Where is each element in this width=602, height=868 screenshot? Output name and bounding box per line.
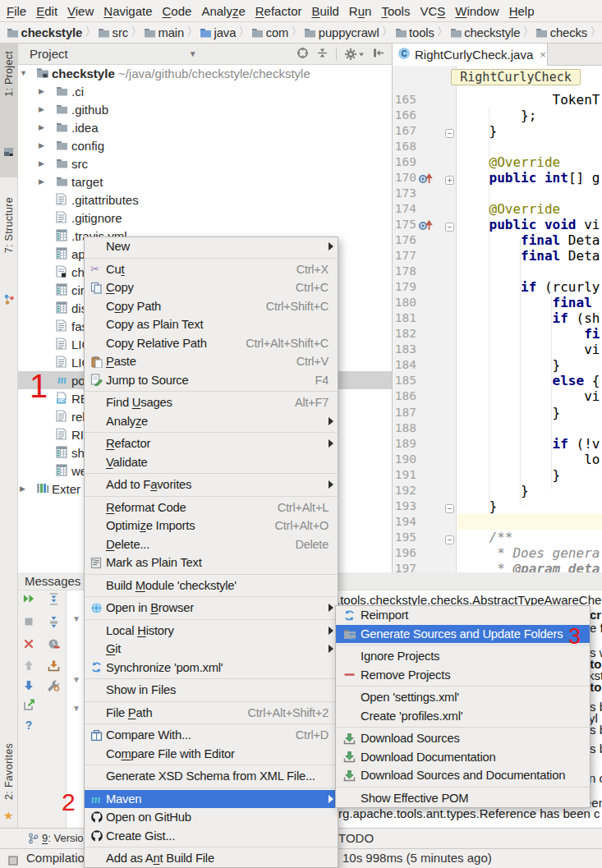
- context-menu-item-open-in-browser[interactable]: Open in Browser: [85, 599, 338, 618]
- context-menu-item-delete[interactable]: Delete...Delete: [85, 535, 338, 554]
- tree-expand-icon[interactable]: ▶: [39, 123, 44, 131]
- context-menu-item-open-on-github[interactable]: Open on GitHub: [85, 808, 338, 827]
- version-control-button[interactable]: 9: Versio: [42, 832, 84, 844]
- menubar-code[interactable]: Code: [158, 4, 197, 18]
- tool-stripe-project[interactable]: 1: Project: [0, 44, 18, 177]
- context-menu-item-copy-path[interactable]: Copy PathCtrl+Shift+C: [85, 297, 338, 316]
- breadcrumb-puppycrawl-5[interactable]: puppycrawl: [304, 26, 379, 39]
- console-tree-expand-icon[interactable]: ▼: [72, 614, 80, 623]
- context-menu-item-find-usages[interactable]: Find UsagesAlt+F7: [85, 393, 338, 412]
- context-menu-item-file-path[interactable]: File PathCtrl+Alt+Shift+2: [85, 704, 338, 723]
- menubar-tools[interactable]: Tools: [376, 4, 415, 18]
- breadcrumb-tools-6[interactable]: tools: [395, 26, 434, 39]
- context-menu-item-copy-as-plain-text[interactable]: Copy as Plain Text: [85, 315, 338, 334]
- context-menu-item-optimize-imports[interactable]: Optimize ImportsCtrl+Alt+O: [85, 517, 338, 535]
- maven-submenu-item-download-sources[interactable]: Download Sources: [336, 729, 590, 748]
- context-menu-item-git[interactable]: Git: [85, 640, 338, 659]
- console-tree-expand-icon[interactable]: ▼: [72, 675, 80, 684]
- maven-submenu-item-show-effective-pom[interactable]: Show Effective POM: [336, 789, 590, 808]
- editor-code-area[interactable]: TokenT }; } @Override public int[] g @Ov…: [457, 66, 602, 574]
- tree-item-target[interactable]: ▶target: [18, 172, 392, 191]
- menubar-vcs[interactable]: VCS: [415, 4, 450, 18]
- breadcrumb-main-2[interactable]: main: [144, 26, 184, 39]
- menubar-run[interactable]: Run: [344, 4, 377, 18]
- menubar-refactor[interactable]: Refactor: [250, 4, 307, 18]
- context-menu-item-paste[interactable]: PasteCtrl+V: [85, 352, 338, 371]
- context-menu-item-build-module-checkstyle[interactable]: Build Module 'checkstyle': [85, 576, 338, 595]
- maven-submenu-item-create-profiles-xml[interactable]: Create 'profiles.xml': [336, 707, 590, 726]
- tree-item-gitattributes[interactable]: .gitattributes: [18, 191, 392, 209]
- tool-stripe-structure[interactable]: 7: Structure: [0, 189, 18, 316]
- context-menu-item-reformat-code[interactable]: Reformat CodeCtrl+Alt+L: [85, 498, 338, 517]
- hide-panel-icon[interactable]: [372, 47, 385, 62]
- tree-expand-icon[interactable]: ▶: [39, 159, 44, 168]
- export-icon[interactable]: [22, 698, 35, 711]
- context-menu-item-analyze[interactable]: Analyze: [85, 412, 338, 431]
- todo-button[interactable]: TODO: [338, 831, 374, 845]
- collapse-all-icon[interactable]: [316, 47, 329, 62]
- context-menu-item-refactor[interactable]: Refactor: [85, 434, 338, 453]
- menubar-window[interactable]: Window: [450, 4, 503, 18]
- maven-submenu-item-reimport[interactable]: Reimport: [336, 606, 590, 625]
- tree-expand-icon[interactable]: ▶: [39, 87, 44, 95]
- menubar-view[interactable]: View: [62, 4, 99, 18]
- suspend-icon[interactable]: [47, 637, 60, 650]
- menubar-analyze[interactable]: Analyze: [196, 4, 250, 18]
- maven-submenu-item-download-sources-and-documentation[interactable]: Download Sources and Documentation: [336, 766, 590, 785]
- tree-expand-icon[interactable]: ▶: [39, 177, 44, 186]
- menubar-edit[interactable]: Edit: [31, 4, 62, 18]
- console-tree-expand-icon[interactable]: ▼: [72, 704, 80, 713]
- tool-stripe-favorites[interactable]: 2: Favorites ★: [0, 742, 18, 830]
- close-icon[interactable]: [22, 637, 35, 650]
- tree-item-github[interactable]: ▶.github: [18, 100, 392, 118]
- gear-settings-icon[interactable]: [344, 48, 365, 61]
- rerun-icon[interactable]: [22, 592, 35, 605]
- menubar-file[interactable]: File: [2, 4, 31, 18]
- stop-icon[interactable]: [22, 615, 35, 628]
- tab-close-icon[interactable]: ×: [540, 48, 546, 61]
- context-menu-item-add-as-ant-build-file[interactable]: Add as Ant Build File: [85, 849, 338, 868]
- download-tray-icon[interactable]: [47, 659, 60, 672]
- context-menu-item-compare-with[interactable]: Compare With...Ctrl+D: [85, 726, 338, 745]
- menubar-help[interactable]: Help: [504, 4, 540, 18]
- context-menu-item-jump-to-source[interactable]: Jump to SourceF4: [85, 371, 338, 390]
- breadcrumb-checkstyle-0[interactable]: checkstyle: [7, 26, 82, 39]
- expand-all-icon[interactable]: [47, 592, 60, 605]
- menubar-navigate[interactable]: Navigate: [99, 4, 157, 18]
- context-menu-item-add-to-favorites[interactable]: Add to Favorites: [85, 475, 338, 494]
- context-menu-item-synchronize-pom-xml[interactable]: Synchronize 'pom.xml': [85, 659, 338, 677]
- context-menu-item-local-history[interactable]: Local History: [85, 622, 338, 641]
- help-icon[interactable]: ?: [22, 718, 35, 731]
- tree-item-ci[interactable]: ▶.ci: [18, 82, 392, 100]
- context-menu-item-maven[interactable]: mMaven: [85, 790, 338, 809]
- maven-submenu-item-ignore-projects[interactable]: Ignore Projects: [336, 647, 590, 666]
- editor-tab-rightcurlycheck[interactable]: C RightCurlyCheck.java ×: [393, 44, 548, 66]
- context-menu-item-cut[interactable]: ✂CutCtrl+X: [85, 260, 338, 279]
- tree-item-config[interactable]: ▶config: [18, 136, 392, 154]
- context-menu-item-validate[interactable]: Validate: [85, 453, 338, 472]
- context-menu-item-mark-as-plain-text[interactable]: Mark as Plain Text: [85, 553, 338, 572]
- project-view-dropdown-icon[interactable]: ▼: [189, 49, 197, 58]
- tree-item-checkstyle[interactable]: ▼checkstyle ~/java/github/checkstyle/che…: [18, 66, 392, 82]
- context-menu-item-generate-xsd-schema-from-xml-file[interactable]: Generate XSD Schema from XML File...: [85, 767, 338, 786]
- tree-item-gitignore[interactable]: .gitignore: [18, 209, 392, 227]
- arrow-down-icon[interactable]: [22, 678, 35, 691]
- breadcrumb-src-1[interactable]: src: [98, 26, 128, 39]
- tree-collapse-icon[interactable]: ▼: [20, 69, 27, 77]
- maven-submenu-item-generate-sources-and-update-folders[interactable]: Generate Sources and Update Folders: [336, 625, 590, 644]
- arrow-up-icon[interactable]: [22, 659, 35, 672]
- tree-item-idea[interactable]: ▶.idea: [18, 118, 392, 136]
- tree-expand-icon[interactable]: ▶: [39, 141, 44, 149]
- breadcrumb-com-4[interactable]: com: [251, 26, 288, 39]
- menubar-build[interactable]: Build: [306, 4, 343, 18]
- maven-submenu-item-download-documentation[interactable]: Download Documentation: [336, 748, 590, 767]
- context-menu-item-compare-file-with-editor[interactable]: Compare File with Editor: [85, 745, 338, 764]
- breadcrumb-java-3[interactable]: java: [200, 26, 236, 39]
- context-menu-item-copy-relative-path[interactable]: Copy Relative PathCtrl+Alt+Shift+C: [85, 334, 338, 353]
- settings-wrench-icon[interactable]: [47, 678, 60, 691]
- collapse-all-icon[interactable]: [47, 615, 60, 628]
- tree-expand-icon[interactable]: ▶: [20, 485, 25, 493]
- breadcrumb-checkstyle-7[interactable]: checkstyle: [450, 26, 521, 39]
- tree-item-src[interactable]: ▶src: [18, 154, 392, 172]
- context-menu-item-copy[interactable]: CopyCtrl+C: [85, 278, 338, 297]
